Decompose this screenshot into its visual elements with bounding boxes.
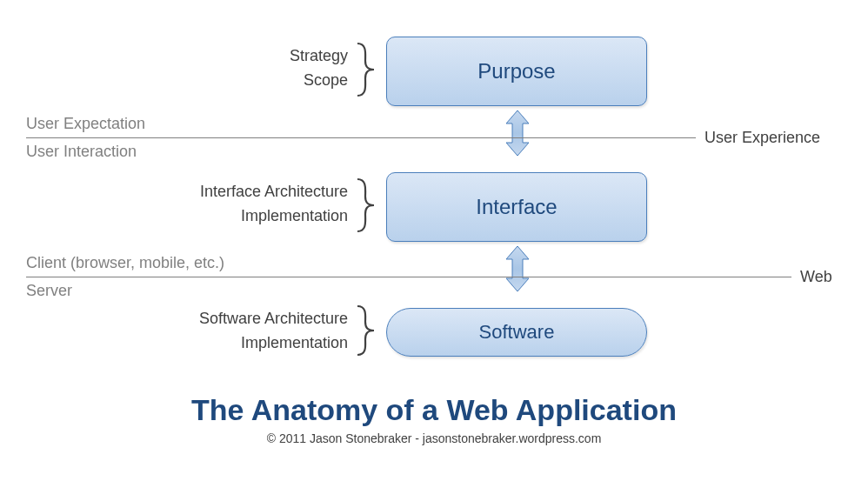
brace-icon <box>355 177 376 233</box>
interface-aspect-1: Interface Architecture <box>191 183 348 201</box>
divider-upper <box>26 137 696 138</box>
purpose-aspect-2: Scope <box>200 71 348 90</box>
divider-lower-above: Client (browser, mobile, etc.) <box>26 254 224 272</box>
arrow-interface-software <box>504 245 531 292</box>
software-box: Software <box>386 308 647 357</box>
divider-lower <box>26 277 791 277</box>
interface-aspect-2: Implementation <box>191 207 348 225</box>
credit-line: © 2011 Jason Stonebraker - jasonstonebra… <box>0 431 868 445</box>
arrow-purpose-interface <box>504 110 531 157</box>
diagram-canvas: Purpose Strategy Scope User Expectation … <box>0 0 868 481</box>
divider-upper-right: User Experience <box>704 129 820 147</box>
divider-upper-above: User Expectation <box>26 115 145 133</box>
interface-box: Interface <box>386 172 647 242</box>
interface-label: Interface <box>476 195 557 219</box>
divider-upper-below: User Interaction <box>26 143 137 161</box>
purpose-aspect-1: Strategy <box>200 47 348 65</box>
purpose-box: Purpose <box>386 37 647 106</box>
divider-lower-below: Server <box>26 282 72 300</box>
software-aspect-2: Implementation <box>183 334 348 352</box>
brace-icon <box>355 42 376 97</box>
brace-icon <box>355 304 376 357</box>
purpose-label: Purpose <box>477 59 555 84</box>
software-aspect-1: Software Architecture <box>183 310 348 328</box>
page-title: The Anatomy of a Web Application <box>0 393 868 427</box>
divider-lower-right: Web <box>800 268 832 286</box>
software-label: Software <box>479 321 555 344</box>
